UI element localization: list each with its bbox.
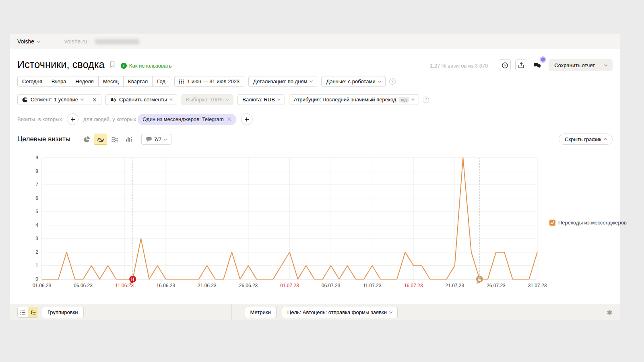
notes-toggle-button[interactable]: 7/7: [141, 134, 171, 145]
hide-chart-button[interactable]: Скрыть график: [559, 134, 613, 145]
period-week[interactable]: Неделя: [71, 76, 98, 87]
chart-svg[interactable]: 012345678901.06.2306.06.2311.06.2316.06.…: [30, 152, 550, 291]
sampling-button[interactable]: Выборка: 100%: [181, 94, 234, 105]
add-visit-condition-button[interactable]: [67, 113, 78, 125]
clock-icon: [502, 62, 508, 69]
help-icon[interactable]: [423, 97, 429, 103]
help-link-label: Как использовать: [129, 63, 172, 69]
gear-icon: [606, 309, 613, 316]
site-domain-wrap: voishe.ru ·: [64, 38, 140, 45]
period-month[interactable]: Месяц: [98, 76, 123, 87]
chart-type-area-button[interactable]: [108, 134, 121, 145]
chart-zone: 012345678901.06.2306.06.2311.06.2316.06.…: [10, 152, 620, 291]
close-icon[interactable]: [227, 117, 231, 121]
save-report-label: Сохранить отчет: [554, 62, 595, 68]
goal-label: Цель: Автоцель: отправка формы заявки: [287, 309, 387, 315]
add-people-condition-button[interactable]: [241, 113, 253, 125]
bookmark-icon[interactable]: [109, 61, 115, 70]
svg-text:26.07.23: 26.07.23: [487, 283, 506, 288]
groupings-label: Группировки: [47, 309, 78, 315]
chevron-down-icon: [37, 39, 40, 42]
chart-type-line-button[interactable]: [94, 134, 107, 145]
tree-list-toggle[interactable]: [28, 307, 38, 317]
plus-icon: [70, 117, 75, 122]
upload-icon: [518, 62, 524, 69]
chart-header: Целевые визиты 7/7 Скрыть график: [10, 134, 620, 145]
line-chart-icon: [97, 136, 105, 142]
close-icon: [93, 98, 97, 102]
chevron-down-icon: [80, 97, 84, 101]
chart-canvas[interactable]: 012345678901.06.2306.06.2311.06.2316.06.…: [30, 152, 550, 291]
segment-button[interactable]: Сегмент: 1 условие: [17, 94, 88, 105]
chevron-down-icon: [389, 310, 392, 313]
goal-button[interactable]: Цель: Автоцель: отправка формы заявки: [282, 307, 398, 318]
hide-chart-label: Скрыть график: [565, 136, 601, 142]
comments-button[interactable]: [531, 59, 543, 71]
notes-counter: 7/7: [154, 136, 161, 142]
svg-text:1: 1: [35, 263, 38, 268]
plus-icon: [244, 117, 249, 122]
check-icon: [550, 221, 555, 225]
data-mode-label: Данные: с роботами: [326, 78, 375, 84]
segment-clear-button[interactable]: [88, 94, 101, 105]
save-report-button[interactable]: Сохранить отчет: [549, 59, 613, 71]
period-year[interactable]: Год: [152, 76, 170, 87]
detail-label: Детализация: по дням: [253, 78, 307, 84]
svg-text:4: 4: [35, 222, 38, 228]
legend-checkbox[interactable]: [549, 220, 555, 226]
counter-switcher[interactable]: Voishe: [17, 38, 39, 45]
view-toggle-group: [17, 307, 38, 318]
counter-header: Voishe voishe.ru ·: [10, 34, 620, 49]
chart-type-switcher: [80, 134, 136, 145]
chart-type-columns-button[interactable]: [122, 134, 135, 145]
calendar-grid-icon: [179, 79, 184, 84]
svg-text:11.07.23: 11.07.23: [363, 283, 382, 288]
visits-share: 1,27 % визитов из 3 870: [430, 63, 488, 69]
comments-icon: [533, 61, 541, 69]
attribution-button[interactable]: Атрибуция: Последний значимый переход к/…: [289, 94, 419, 105]
conditions-row: Визиты, в которых для людей, у которых О…: [10, 113, 620, 125]
bottom-bar-divider: [231, 304, 232, 321]
date-range-button[interactable]: 1 июн — 31 июл 2023: [174, 76, 244, 87]
compare-label: Сравнить сегменты: [119, 97, 167, 103]
page-title: Источники, сводка: [17, 58, 105, 71]
metrics-label: Метрики: [250, 309, 271, 315]
flat-list-toggle[interactable]: [18, 307, 28, 317]
svg-text:E: E: [478, 277, 481, 282]
metrics-button[interactable]: Метрики: [245, 307, 277, 318]
stacked-area-icon: [111, 136, 118, 142]
period-yesterday[interactable]: Вчера: [47, 76, 71, 87]
detail-button[interactable]: Детализация: по дням: [248, 76, 317, 87]
visits-condition-label: Визиты, в которых: [17, 116, 62, 122]
chevron-down-icon: [378, 79, 381, 82]
settings-button[interactable]: [606, 309, 613, 316]
history-button[interactable]: [499, 59, 511, 71]
site-domain: voishe.ru ·: [64, 38, 91, 45]
svg-text:06.07.23: 06.07.23: [322, 283, 341, 288]
svg-text:3: 3: [35, 236, 38, 241]
help-icon[interactable]: [389, 78, 396, 85]
data-mode-button[interactable]: Данные: с роботами: [321, 76, 385, 87]
speech-bubble-icon: [146, 137, 152, 142]
tree-icon: [31, 310, 36, 315]
export-button[interactable]: [515, 59, 527, 71]
chevron-down-icon: [277, 97, 281, 101]
chart-type-pie-button[interactable]: [80, 134, 93, 145]
period-quarter[interactable]: Квартал: [123, 76, 152, 87]
chevron-down-icon: [604, 63, 607, 66]
messenger-filter-chip[interactable]: Один из мессенджеров: Telegram: [138, 114, 236, 125]
compare-segments-button[interactable]: Сравнить сегменты: [105, 94, 177, 105]
pie-chart-icon: [83, 136, 90, 143]
svg-text:8: 8: [35, 169, 38, 174]
currency-button[interactable]: Валюта: RUB: [237, 94, 285, 105]
how-to-use-link[interactable]: Как использовать: [121, 63, 172, 69]
svg-text:11.06.23: 11.06.23: [115, 283, 134, 288]
groupings-button[interactable]: Группировки: [42, 307, 84, 318]
svg-text:16.07.23: 16.07.23: [404, 283, 423, 288]
droplets-icon: [110, 97, 116, 103]
svg-text:01.06.23: 01.06.23: [33, 283, 52, 288]
svg-text:01.07.23: 01.07.23: [280, 283, 299, 288]
period-today[interactable]: Сегодня: [17, 76, 47, 87]
chevron-down-icon: [169, 97, 172, 101]
chevron-down-icon: [411, 97, 415, 101]
